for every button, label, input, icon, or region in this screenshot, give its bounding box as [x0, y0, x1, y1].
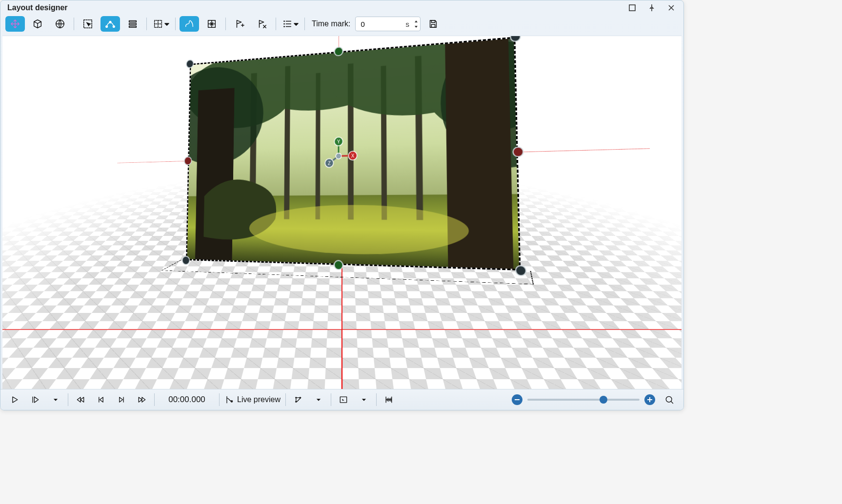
minus-icon — [514, 396, 521, 403]
snapshot-button[interactable] — [334, 392, 353, 407]
snapshot-caret[interactable] — [355, 392, 373, 407]
align-icon — [127, 19, 138, 29]
layout-designer-window: Layout designer — [0, 0, 684, 410]
prev-frame-button[interactable] — [92, 392, 110, 407]
flag-add-icon — [234, 19, 245, 29]
fast-forward-icon — [137, 395, 147, 405]
svg-rect-13 — [431, 20, 435, 23]
top-toolbar: Time mark: s — [0, 13, 683, 36]
zoom-out-button[interactable] — [512, 394, 522, 405]
svg-rect-14 — [431, 24, 435, 27]
time-mark-field[interactable]: s — [355, 17, 421, 31]
toolbar-separator — [376, 393, 377, 406]
snapshot-icon — [339, 395, 348, 405]
time-mark-step-up[interactable] — [413, 19, 419, 24]
maximize-button[interactable] — [628, 3, 637, 12]
zoom-control — [512, 392, 679, 407]
plus-icon — [646, 396, 653, 403]
close-icon — [667, 4, 675, 12]
ruler-button[interactable] — [380, 392, 398, 407]
window-title: Layout designer — [7, 3, 68, 12]
zoom-in-button[interactable] — [644, 394, 655, 405]
play-from-caret[interactable] — [46, 392, 65, 407]
rewind-start-button[interactable] — [71, 392, 90, 407]
render-options-button[interactable] — [289, 392, 307, 407]
timecode: 00:00.000 — [158, 395, 216, 405]
render-options-icon — [293, 395, 303, 405]
save-button[interactable] — [423, 16, 443, 32]
toolbar-separator — [276, 18, 276, 30]
selected-image-plane[interactable]: X Y Z — [186, 37, 521, 271]
globe-tool[interactable] — [50, 16, 70, 32]
zoom-fit-icon — [664, 395, 674, 405]
pin-button[interactable] — [647, 3, 656, 12]
render-options-caret[interactable] — [309, 392, 328, 407]
svg-rect-8 — [129, 26, 137, 28]
time-mark-step-down[interactable] — [413, 24, 419, 29]
svg-point-3 — [106, 26, 108, 28]
zoom-slider[interactable] — [527, 399, 640, 401]
play-from-icon — [30, 395, 40, 405]
list-tool[interactable] — [280, 16, 301, 32]
svg-rect-6 — [129, 21, 137, 22]
path-tool[interactable] — [100, 16, 120, 32]
window-controls — [628, 3, 679, 12]
live-preview-icon — [224, 395, 234, 405]
svg-point-4 — [113, 26, 115, 28]
next-frame-icon — [117, 395, 126, 405]
curve-tool[interactable] — [180, 16, 199, 32]
chevron-down-icon — [294, 20, 299, 28]
cube-icon — [32, 19, 43, 29]
grid-tool[interactable] — [151, 16, 171, 32]
flag-remove-tool[interactable] — [252, 16, 272, 32]
toolbar-separator — [225, 18, 226, 30]
fast-forward-button[interactable] — [133, 392, 151, 407]
marquee-tool[interactable] — [78, 16, 98, 32]
svg-point-5 — [109, 21, 111, 23]
live-preview-button[interactable]: Live preview — [222, 392, 282, 407]
toolbar-separator — [219, 393, 220, 406]
toolbar-separator — [146, 18, 147, 30]
close-button[interactable] — [667, 3, 676, 12]
frame-tool[interactable] — [202, 16, 221, 32]
toolbar-separator — [285, 393, 286, 406]
svg-point-12 — [283, 26, 285, 27]
time-mark-unit: s — [405, 20, 409, 28]
svg-rect-7 — [129, 23, 137, 25]
toolbar-separator — [154, 393, 155, 406]
list-icon — [282, 19, 293, 29]
move-icon — [10, 19, 20, 29]
flag-add-tool[interactable] — [230, 16, 249, 32]
path-icon — [105, 19, 116, 29]
chevron-down-icon — [359, 395, 369, 405]
align-tool[interactable] — [123, 16, 142, 32]
bottom-toolbar: 00:00.000 Live preview — [0, 389, 683, 410]
chevron-down-icon — [164, 20, 169, 28]
play-from-button[interactable] — [26, 392, 44, 407]
play-icon — [10, 395, 20, 405]
toolbar-separator — [68, 393, 68, 406]
next-frame-button[interactable] — [112, 392, 131, 407]
canvas[interactable]: X Y Z — [2, 36, 682, 389]
play-button[interactable] — [5, 392, 24, 407]
svg-point-11 — [283, 23, 285, 25]
guide-line-left — [118, 161, 188, 163]
curve-icon — [184, 19, 195, 29]
ruler-icon — [384, 395, 394, 405]
cube-tool[interactable] — [28, 16, 47, 32]
zoom-slider-thumb[interactable] — [600, 396, 607, 404]
svg-rect-45 — [340, 397, 346, 403]
frame-icon — [206, 19, 217, 29]
toolbar-separator — [175, 18, 176, 30]
prev-frame-icon — [96, 395, 106, 405]
rewind-start-icon — [76, 395, 85, 405]
globe-icon — [55, 19, 65, 29]
zoom-fit-button[interactable] — [660, 392, 679, 407]
move-tool[interactable] — [5, 16, 25, 32]
svg-point-10 — [283, 20, 285, 22]
toolbar-separator — [74, 18, 74, 30]
svg-rect-0 — [629, 5, 635, 11]
forest-image — [187, 39, 519, 269]
time-mark-input[interactable] — [360, 19, 401, 29]
save-icon — [428, 19, 439, 29]
